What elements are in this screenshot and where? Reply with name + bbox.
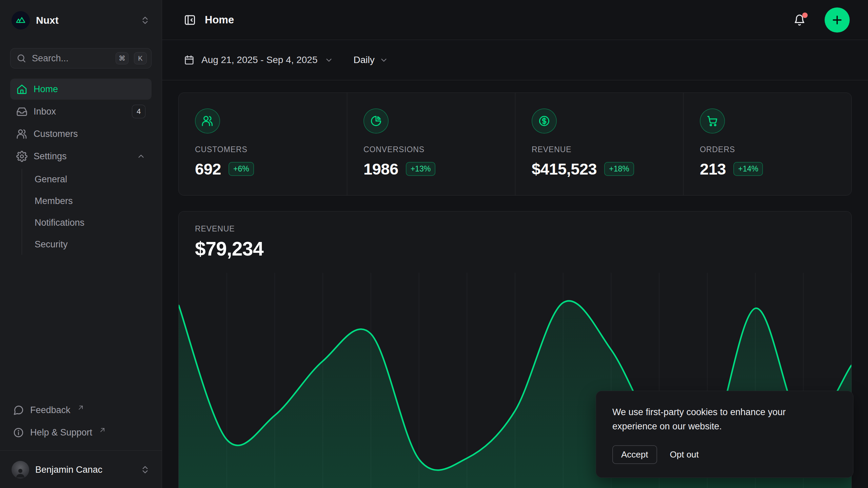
inbox-icon <box>16 106 27 117</box>
calendar-icon <box>184 55 195 65</box>
sidebar-item-settings[interactable]: Settings <box>10 146 152 167</box>
sidebar-footer: Feedback Help & Support Benjamin Canac <box>10 400 152 479</box>
date-range-picker[interactable]: Aug 21, 2025 - Sep 4, 2025 <box>184 55 333 65</box>
accept-cookies-button[interactable]: Accept <box>612 445 657 464</box>
collapse-sidebar-icon[interactable] <box>184 14 196 26</box>
sidebar-item-label: Settings <box>34 151 131 162</box>
stat-delta-badge: +6% <box>229 162 254 176</box>
stat-delta-badge: +18% <box>604 162 634 176</box>
sidebar-nav: Home Inbox 4 Customers Settings Ge <box>10 79 152 256</box>
stat-card-orders[interactable]: ORDERS 213 +14% <box>683 93 851 195</box>
sidebar-item-inbox[interactable]: Inbox 4 <box>10 101 152 122</box>
feedback-link[interactable]: Feedback <box>10 400 152 421</box>
feedback-label: Feedback <box>30 405 71 415</box>
revenue-chart-label: REVENUE <box>195 224 835 233</box>
sidebar-item-label: Home <box>34 84 145 95</box>
add-button[interactable] <box>825 7 850 33</box>
sub-item-label: Security <box>35 239 68 250</box>
sidebar-item-members[interactable]: Members <box>22 190 152 211</box>
shopping-cart-icon <box>700 108 725 134</box>
stat-delta-badge: +14% <box>733 162 763 176</box>
sidebar-item-security[interactable]: Security <box>22 234 152 255</box>
stat-value: 1986 <box>363 160 398 178</box>
page-title: Home <box>205 14 785 26</box>
stat-label: CONVERSIONS <box>363 145 499 154</box>
info-circle-icon <box>13 427 24 438</box>
stat-value: $415,523 <box>532 160 597 178</box>
search-icon <box>16 53 26 63</box>
kbd-k: K <box>134 52 147 64</box>
search-input[interactable]: Search... ⌘ K <box>10 48 152 68</box>
sub-item-label: General <box>35 174 67 185</box>
inbox-count-badge: 4 <box>132 105 145 118</box>
stat-card-customers[interactable]: CUSTOMERS 692 +6% <box>179 93 347 195</box>
chevron-down-icon <box>324 56 333 64</box>
stat-label: REVENUE <box>532 145 667 154</box>
granularity-value: Daily <box>354 55 375 65</box>
date-range-value: Aug 21, 2025 - Sep 4, 2025 <box>201 55 318 65</box>
granularity-select[interactable]: Daily <box>354 55 388 65</box>
stat-delta-badge: +13% <box>406 162 435 176</box>
home-icon <box>16 84 27 95</box>
sidebar-item-general[interactable]: General <box>22 169 152 190</box>
stat-card-revenue[interactable]: REVENUE $415,523 +18% <box>515 93 683 195</box>
sidebar-item-notifications[interactable]: Notifications <box>22 212 152 233</box>
arrow-up-right-icon <box>77 404 84 411</box>
gear-icon <box>16 151 27 162</box>
kbd-meta: ⌘ <box>116 52 129 64</box>
cookie-banner: We use first-party cookies to enhance yo… <box>596 391 853 478</box>
sidebar: Nuxt Search... ⌘ K Home Inbox 4 <box>0 0 162 488</box>
sub-item-label: Members <box>35 196 73 206</box>
chevrons-up-down-icon <box>140 15 150 25</box>
search-placeholder: Search... <box>32 53 110 64</box>
stat-card-conversions[interactable]: CONVERSIONS 1986 +13% <box>347 93 515 195</box>
stat-label: CUSTOMERS <box>195 145 331 154</box>
cookie-message: We use first-party cookies to enhance yo… <box>612 405 829 434</box>
notification-dot <box>802 13 808 18</box>
sub-item-label: Notifications <box>35 218 84 228</box>
main-area: Home Aug 21, 2025 - Sep 4, 2025 Daily <box>162 0 868 488</box>
users-icon <box>195 108 220 134</box>
avatar <box>12 461 29 479</box>
stat-value: 692 <box>195 160 221 178</box>
revenue-chart-value: $79,234 <box>195 238 835 260</box>
chevron-down-icon <box>379 56 388 64</box>
stat-value: 213 <box>700 160 726 178</box>
help-support-label: Help & Support <box>30 427 92 438</box>
workspace-switcher[interactable]: Nuxt <box>10 8 152 33</box>
sidebar-item-label: Inbox <box>34 106 126 117</box>
users-icon <box>16 128 27 140</box>
divider <box>0 450 162 451</box>
user-name: Benjamin Canac <box>35 465 134 475</box>
notifications-button[interactable] <box>793 14 806 26</box>
user-menu[interactable]: Benjamin Canac <box>10 452 152 479</box>
pie-chart-icon <box>363 108 389 134</box>
chevrons-up-down-icon <box>140 465 150 475</box>
sidebar-item-label: Customers <box>34 129 145 139</box>
settings-subnav: General Members Notifications Security <box>22 169 152 255</box>
stats-row: CUSTOMERS 692 +6% CONVERSIONS 1986 +13% <box>178 93 852 196</box>
chevron-up-icon <box>137 152 145 161</box>
optout-cookies-button[interactable]: Opt out <box>670 449 699 460</box>
sidebar-item-customers[interactable]: Customers <box>10 123 152 144</box>
help-support-link[interactable]: Help & Support <box>10 422 152 443</box>
filter-toolbar: Aug 21, 2025 - Sep 4, 2025 Daily <box>162 40 868 80</box>
arrow-up-right-icon <box>99 427 106 433</box>
plus-icon <box>831 14 844 26</box>
dollar-circle-icon <box>532 108 557 134</box>
page-header: Home <box>162 0 868 40</box>
stat-label: ORDERS <box>700 145 835 154</box>
message-bubble-icon <box>13 405 24 416</box>
nuxt-logo-icon <box>12 11 30 29</box>
workspace-name: Nuxt <box>36 15 134 26</box>
sidebar-item-home[interactable]: Home <box>10 79 152 100</box>
